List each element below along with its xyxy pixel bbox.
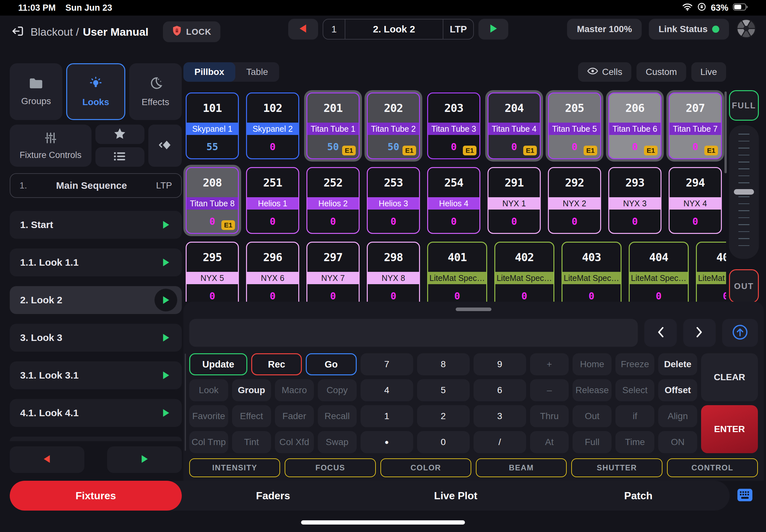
play-icon[interactable] [154,251,177,274]
tab-table[interactable]: Table [235,62,279,82]
attribute-key-color[interactable]: COLOR [380,458,471,477]
key-freeze[interactable]: Freeze [615,353,654,375]
tab-groups[interactable]: Groups [10,63,62,120]
key-3[interactable]: 3 [474,405,526,427]
key-copy[interactable]: Copy [318,379,357,401]
intensity-slider[interactable] [729,125,759,259]
key-6[interactable]: 6 [474,379,526,401]
key-fader[interactable]: Fader [275,405,314,427]
key-col-xfd[interactable]: Col Xfd [275,431,314,453]
key-swap[interactable]: Swap [318,431,357,453]
key-offset[interactable]: Offset [658,379,697,401]
fixture-cell-402[interactable]: 402LiteMat Spec…0 [492,239,557,302]
fixture-cell-203[interactable]: 203Titan Tube 30E1 [425,90,483,162]
master-button[interactable]: Master 100% [567,19,642,40]
command-prev-button[interactable] [644,319,677,347]
sequence-item[interactable]: 4.1. Look 4.1 [10,399,182,427]
fixture-cell-298[interactable]: 298NYX 80 [364,239,422,302]
key-full[interactable]: Full [573,431,612,453]
export-icon[interactable] [11,24,25,39]
nav-live-plot[interactable]: Live Plot [364,490,547,502]
command-next-button[interactable] [683,319,716,347]
enter-key[interactable]: ENTER [701,405,758,453]
cells-button[interactable]: Cells [578,62,631,82]
out-button[interactable]: OUT [729,269,759,303]
play-icon[interactable] [154,364,177,387]
key-1[interactable]: 1 [360,405,413,427]
lock-button[interactable]: LOCK [163,21,221,42]
go-forward-button[interactable] [479,19,508,40]
key-time[interactable]: Time [615,431,654,453]
fixture-cell-405[interactable]: 405LiteMat Spec…0 [694,239,726,302]
play-icon[interactable] [154,402,177,424]
fixture-cell-102[interactable]: 102Skypanel 20 [244,90,301,162]
link-status-button[interactable]: Link Status [649,19,729,40]
sequence-prev-button[interactable] [10,446,84,473]
key--[interactable]: – [530,379,569,401]
play-icon[interactable] [154,213,177,236]
command-send-button[interactable] [722,319,758,347]
fixture-cell-206[interactable]: 206Titan Tube 60E1 [606,90,664,162]
key-col-tmp[interactable]: Col Tmp [189,431,228,453]
key-group[interactable]: Group [232,379,271,401]
go-key[interactable]: Go [306,353,356,375]
key-2[interactable]: 2 [417,405,470,427]
clear-key[interactable]: CLEAR [701,353,758,401]
attribute-key-intensity[interactable]: INTENSITY [189,458,280,477]
breadcrumb-app[interactable]: Blackout / [30,26,79,38]
key-5[interactable]: 5 [417,379,470,401]
fixture-cell-401[interactable]: 401LiteMat Spec…0 [425,239,490,302]
go-back-button[interactable] [288,19,318,40]
sequence-item[interactable]: 3.1. Look 3.1 [10,361,182,389]
favorites-button[interactable] [95,125,144,144]
fixture-cell-295[interactable]: 295NYX 50 [183,239,241,302]
keyboard-icon[interactable] [737,488,753,503]
fixture-cell-204[interactable]: 204Titan Tube 40E1 [485,90,543,162]
fixture-cell-403[interactable]: 403LiteMat Spec…0 [559,239,624,302]
fixture-cell-201[interactable]: 201Titan Tube 150E1 [304,90,362,162]
play-icon[interactable] [154,326,177,349]
key-favorite[interactable]: Favorite [189,405,228,427]
fixture-cell-254[interactable]: 254Helios 40 [425,165,483,236]
attribute-key-shutter[interactable]: SHUTTER [571,458,662,477]
fixture-cell-292[interactable]: 292NYX 20 [546,165,603,236]
tab-effects[interactable]: Effects [129,63,182,120]
key--[interactable]: + [530,353,569,375]
fixture-cell-294[interactable]: 294NYX 40 [666,165,724,236]
grid-scrollbar[interactable] [724,91,727,173]
key-home[interactable]: Home [573,353,612,375]
sequence-item[interactable]: 3. Look 3 [10,324,182,352]
nav-fixtures[interactable]: Fixtures [10,481,182,511]
fixture-cell-253[interactable]: 253Helios 30 [364,165,422,236]
attribute-key-focus[interactable]: FOCUS [285,458,375,477]
fixture-cell-101[interactable]: 101Skypanel 155 [183,90,241,162]
collapse-panel-button[interactable] [148,125,182,167]
fixture-cell-404[interactable]: 404LiteMat Spec…0 [626,239,691,302]
key-macro[interactable]: Macro [275,379,314,401]
fixture-cell-251[interactable]: 251Helios 10 [244,165,301,236]
fixture-controls-button[interactable]: Fixture Controls [10,125,91,167]
key-select[interactable]: Select [615,379,654,401]
key-thru[interactable]: Thru [530,405,569,427]
play-icon[interactable] [154,289,177,311]
command-line-input[interactable] [189,319,638,347]
key-4[interactable]: 4 [360,379,413,401]
sequence-next-button[interactable] [107,446,182,473]
fixture-cell-296[interactable]: 296NYX 60 [244,239,301,302]
key-out[interactable]: Out [573,405,612,427]
list-view-button[interactable] [95,147,144,167]
key-effect[interactable]: Effect [232,405,271,427]
key-if[interactable]: if [615,405,654,427]
current-cue-display[interactable]: 1 2. Look 2 LTP [322,19,474,40]
key-recall[interactable]: Recall [318,405,357,427]
nav-patch[interactable]: Patch [547,490,730,502]
key-7[interactable]: 7 [360,353,413,375]
key--[interactable]: ● [360,431,413,453]
key-8[interactable]: 8 [417,353,470,375]
nav-faders[interactable]: Faders [182,490,364,502]
fixture-cell-297[interactable]: 297NYX 70 [304,239,362,302]
attribute-key-beam[interactable]: BEAM [476,458,567,477]
fixture-cell-291[interactable]: 291NYX 10 [485,165,543,236]
key-tint[interactable]: Tint [232,431,271,453]
key-delete[interactable]: Delete [658,353,697,375]
